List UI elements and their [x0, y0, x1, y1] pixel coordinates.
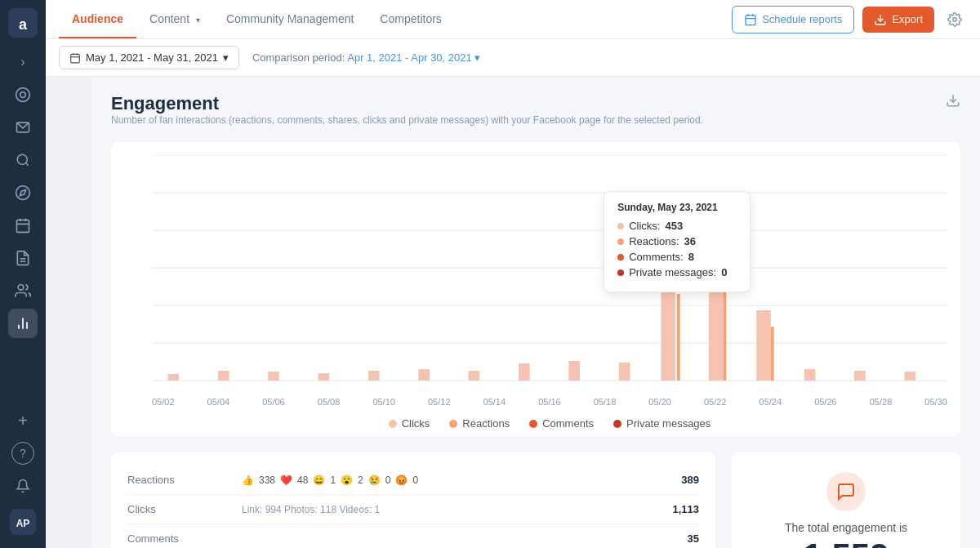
- tab-audience[interactable]: Audience: [59, 1, 136, 38]
- tooltip-private-row: Private messages: 0: [617, 266, 737, 278]
- summary-label: The total engagement is: [785, 521, 907, 534]
- sub-header: May 1, 2021 - May 31, 2021 ▾ Comparison …: [46, 39, 980, 77]
- svg-rect-47: [218, 371, 229, 381]
- svg-rect-49: [318, 373, 330, 381]
- team-icon[interactable]: [8, 276, 38, 305]
- nav-tabs: Audience Content ▾ Community Management …: [59, 1, 732, 38]
- settings-icon[interactable]: [942, 7, 967, 32]
- svg-rect-48: [268, 372, 279, 381]
- legend-private: Private messages: [613, 417, 710, 430]
- summary-card: The total engagement is 1,559 interactio…: [732, 452, 960, 548]
- svg-text:AP: AP: [16, 518, 30, 529]
- svg-rect-9: [17, 220, 29, 232]
- svg-point-5: [17, 154, 27, 164]
- svg-line-6: [25, 163, 28, 165]
- tooltip-comments-dot: [617, 254, 624, 261]
- expand-icon[interactable]: ›: [8, 47, 38, 77]
- date-picker-chevron: ▾: [223, 51, 229, 64]
- svg-rect-50: [368, 371, 380, 381]
- schedule-reports-button[interactable]: Schedule reports: [732, 6, 854, 33]
- summary-number: 1,559: [803, 537, 889, 548]
- svg-rect-27: [71, 54, 80, 63]
- chart-tooltip: Sunday, May 23, 2021 Clicks: 453 Reactio…: [604, 191, 751, 292]
- bell-icon[interactable]: [8, 471, 38, 501]
- svg-rect-57: [677, 294, 680, 381]
- tooltip-reactions-row: Reactions: 36: [617, 235, 737, 247]
- comparison-period: Comparison period: Apr 1, 2021 - Apr 30,…: [252, 51, 480, 64]
- svg-rect-51: [418, 369, 430, 381]
- summary-chat-icon: [826, 472, 866, 511]
- notes-icon[interactable]: [8, 243, 38, 273]
- svg-rect-63: [854, 371, 866, 381]
- engagement-header: Engagement Number of fan interactions (r…: [111, 93, 960, 139]
- calendar-icon[interactable]: [8, 211, 38, 240]
- private-messages-legend-dot: [613, 420, 621, 428]
- top-nav: Audience Content ▾ Community Management …: [46, 0, 980, 39]
- clicks-legend-dot: [389, 420, 397, 428]
- analytics-icon[interactable]: [8, 309, 38, 338]
- compass-icon[interactable]: [8, 178, 38, 207]
- date-picker[interactable]: May 1, 2021 - May 31, 2021 ▾: [59, 46, 239, 69]
- svg-rect-64: [904, 372, 915, 381]
- export-button[interactable]: Export: [862, 7, 934, 33]
- search-icon[interactable]: [8, 145, 38, 175]
- svg-rect-21: [746, 15, 755, 25]
- svg-point-2: [16, 88, 30, 102]
- tooltip-reactions-dot: [617, 238, 624, 245]
- svg-point-3: [20, 92, 26, 98]
- app-logo: a: [7, 7, 39, 39]
- comments-legend-dot: [529, 420, 537, 428]
- svg-rect-52: [469, 371, 480, 381]
- reactions-value: 389: [658, 474, 699, 486]
- tooltip-comments-row: Comments: 8: [617, 251, 737, 263]
- table-row: Reactions 👍338 ❤️48 😄1 😮2 😢0 😡0 389: [127, 466, 699, 495]
- legend-clicks: Clicks: [389, 417, 430, 430]
- add-icon[interactable]: +: [8, 406, 38, 435]
- nav-actions: Schedule reports Export: [732, 6, 967, 33]
- svg-rect-54: [568, 361, 580, 381]
- comparison-period-link[interactable]: Apr 1, 2021 - Apr 30, 2021 ▾: [347, 51, 480, 64]
- svg-point-7: [16, 186, 30, 200]
- tooltip-clicks-row: Clicks: 453: [617, 220, 737, 232]
- svg-rect-53: [519, 363, 530, 381]
- table-row: Clicks Link: 994 Photos: 118 Videos: 1 1…: [127, 495, 699, 524]
- svg-text:a: a: [19, 16, 28, 33]
- chart-legend: Clicks Reactions Comments Private messag…: [152, 417, 947, 430]
- clicks-value: 1,113: [658, 503, 699, 515]
- svg-rect-60: [756, 310, 771, 381]
- engagement-chart: 600 500 400 300 200 100 0: [111, 142, 960, 436]
- content-area: Engagement Number of fan interactions (r…: [46, 77, 980, 548]
- tooltip-clicks-dot: [617, 223, 624, 229]
- clicks-sub: Link: 994 Photos: 118 Videos: 1: [242, 504, 658, 515]
- svg-rect-46: [167, 374, 179, 381]
- reactions-label: Reactions: [127, 474, 242, 486]
- svg-rect-61: [771, 327, 774, 381]
- legend-reactions: Reactions: [449, 417, 510, 430]
- sidebar-bottom: + ? AP: [8, 404, 38, 541]
- chart-svg: 600 500 400 300 200 100 0: [152, 155, 947, 384]
- main-content: Engagement Number of fan interactions (r…: [91, 77, 980, 548]
- download-icon[interactable]: [946, 93, 960, 112]
- svg-rect-62: [804, 369, 816, 381]
- calendar-small-icon: [69, 52, 81, 64]
- tooltip-private-dot: [617, 270, 624, 276]
- tab-content[interactable]: Content ▾: [136, 1, 213, 38]
- comments-label: Comments: [127, 532, 242, 545]
- chart-title: Engagement: [111, 93, 703, 114]
- svg-point-15: [18, 285, 24, 291]
- help-icon[interactable]: ?: [11, 442, 34, 465]
- schedule-icon: [744, 13, 757, 26]
- stats-grid: Reactions 👍338 ❤️48 😄1 😮2 😢0 😡0 389: [111, 452, 960, 548]
- tab-community[interactable]: Community Management: [213, 1, 367, 38]
- main-area: Audience Content ▾ Community Management …: [46, 0, 980, 548]
- chart-subtitle: Number of fan interactions (reactions, c…: [111, 114, 703, 126]
- inbox-icon[interactable]: [8, 113, 38, 142]
- tab-competitors[interactable]: Competitors: [367, 1, 454, 38]
- svg-point-26: [953, 17, 957, 21]
- table-row: Comments 35: [127, 524, 699, 548]
- svg-marker-8: [20, 189, 25, 195]
- user-avatar[interactable]: AP: [10, 509, 36, 538]
- reactions-legend-dot: [449, 420, 457, 428]
- home-icon[interactable]: [8, 80, 38, 109]
- x-axis-labels: 05/0205/0405/0605/0805/10 05/1205/1405/1…: [152, 394, 947, 407]
